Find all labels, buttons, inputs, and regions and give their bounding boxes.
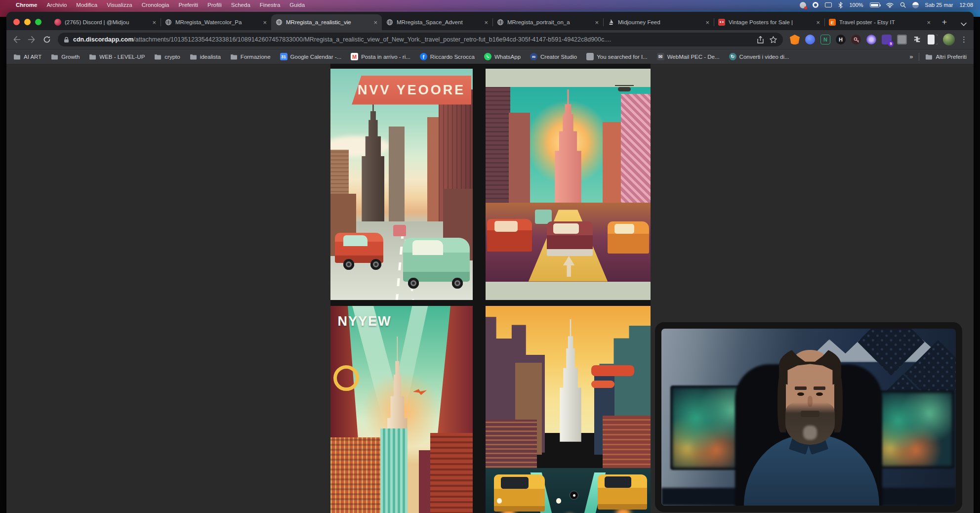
- bookmark-folder-growth[interactable]: Growth: [51, 54, 80, 60]
- bookmark-label: Creator Studio: [540, 54, 577, 60]
- spotlight-search-icon[interactable]: [900, 2, 906, 8]
- tab-space-adventure[interactable]: MRregista_Space_Advent ×: [382, 14, 492, 30]
- bookmark-folder-formazione[interactable]: Formazione: [230, 54, 271, 60]
- tab-discord[interactable]: (2765) Discord | @Midjou ×: [50, 14, 161, 30]
- bookmark-folder-web-level-up[interactable]: WEB - LEVEL-UP: [89, 54, 145, 60]
- tab-close-icon[interactable]: ×: [816, 19, 820, 26]
- close-window-button[interactable]: [13, 19, 20, 25]
- convert-arrows-icon: ↻: [729, 53, 736, 60]
- new-tab-button[interactable]: +: [938, 16, 951, 29]
- menu-bar-date[interactable]: Sab 25 mar: [925, 2, 953, 8]
- wifi-icon[interactable]: [886, 2, 894, 8]
- chrome-menu-3dots-icon[interactable]: ⋮: [960, 35, 968, 44]
- menu-app-name[interactable]: Chrome: [16, 2, 37, 8]
- blue-wallet-extension-icon[interactable]: [805, 35, 815, 44]
- poster-car-red: [487, 219, 531, 252]
- bookmark-google-calendar[interactable]: 31 Google Calendar -...: [280, 53, 342, 60]
- bookmark-converti-video[interactable]: ↻ Converti i video di...: [729, 53, 789, 60]
- tab-close-icon[interactable]: ×: [595, 19, 599, 26]
- tab-close-icon[interactable]: ×: [484, 19, 488, 26]
- other-bookmarks-folder[interactable]: Altri Preferiti: [925, 54, 967, 60]
- tab-etsy[interactable]: E Travel poster - Etsy IT ×: [824, 14, 935, 30]
- creator-studio-icon: ∞: [530, 53, 537, 60]
- person-eyebrow: [814, 386, 825, 390]
- bookmark-facebook-profile[interactable]: f Riccardo Scrocca: [420, 53, 475, 60]
- poster-building: [430, 433, 473, 513]
- menu-item-guida[interactable]: Guida: [289, 2, 305, 8]
- bookmark-whatsapp[interactable]: WhatsApp: [484, 53, 521, 60]
- update-badge-icon[interactable]: [800, 2, 806, 8]
- vintage-posters-favicon: [718, 19, 725, 26]
- bookmark-star-icon[interactable]: [770, 36, 777, 43]
- tab-watercolor[interactable]: MRregista_Watercolor_Pa ×: [161, 14, 271, 30]
- display-icon[interactable]: [825, 2, 832, 7]
- menu-item-scheda[interactable]: Scheda: [231, 2, 250, 8]
- tab-close-icon[interactable]: ×: [152, 19, 156, 26]
- bookmark-gmail-inbox[interactable]: M Posta in arrivo - ri...: [351, 53, 410, 60]
- whatsapp-icon: [484, 53, 491, 60]
- metamask-fox-extension-icon[interactable]: [790, 35, 800, 44]
- midjourney-image-grid[interactable]: NVV YEOORE: [330, 64, 651, 513]
- tab-close-icon[interactable]: ×: [705, 19, 709, 26]
- extensions-puzzle-icon[interactable]: [912, 35, 922, 44]
- menu-item-preferiti[interactable]: Preferiti: [178, 2, 198, 8]
- menu-item-finestra[interactable]: Finestra: [260, 2, 281, 8]
- tab-vintage-posters[interactable]: Vintage Posters for Sale | ×: [714, 14, 824, 30]
- reload-button[interactable]: [43, 36, 51, 43]
- bookmark-folder-ai-art[interactable]: AI ART: [13, 54, 41, 60]
- menu-item-archivio[interactable]: Archivio: [46, 2, 67, 8]
- green-n-extension-icon[interactable]: N: [820, 35, 830, 44]
- menu-item-modifica[interactable]: Modifica: [76, 2, 97, 8]
- window-controls: [13, 19, 41, 25]
- poster-title-text: NYYEW: [337, 314, 391, 329]
- bookmark-label: Formazione: [241, 54, 271, 60]
- record-status-icon[interactable]: [813, 2, 818, 8]
- share-icon[interactable]: [757, 36, 764, 43]
- profile-avatar[interactable]: [943, 34, 955, 45]
- bookmark-folder-idealista[interactable]: idealista: [190, 54, 221, 60]
- menu-bar-time[interactable]: 12:08: [959, 2, 973, 8]
- lock-icon[interactable]: [64, 37, 69, 43]
- webmail-envelope-icon: ✉: [657, 53, 664, 60]
- bookmark-creator-studio[interactable]: ∞ Creator Studio: [530, 53, 577, 60]
- zoom-window-button[interactable]: [35, 19, 41, 25]
- bookmark-folder-crypto[interactable]: crypto: [154, 54, 180, 60]
- google-calendar-icon: 31: [280, 53, 287, 60]
- menu-item-visualizza[interactable]: Visualizza: [107, 2, 132, 8]
- tab-title: MRregista_Watercolor_Pa: [175, 19, 259, 25]
- poster-car-maroon: [547, 221, 593, 256]
- webcam-overlay[interactable]: [655, 322, 962, 512]
- person-mustache: [801, 411, 819, 417]
- tab-portrait[interactable]: MRregista_portrait_on_a ×: [492, 14, 603, 30]
- grid-extension-icon[interactable]: [897, 35, 907, 44]
- tab-midjourney-feed[interactable]: Midjourney Feed ×: [603, 14, 714, 30]
- bookmark-you-searched[interactable]: You searched for I...: [586, 53, 648, 60]
- poster-title-text: NVV YEOORE: [358, 83, 465, 98]
- purple-eye-extension-icon[interactable]: [866, 35, 876, 44]
- macos-menu-bar: Chrome Archivio Modifica Visualizza Cron…: [0, 0, 980, 10]
- minimize-window-button[interactable]: [24, 19, 31, 25]
- background-monitor-right: [875, 390, 954, 469]
- sidebar-panel-icon[interactable]: [928, 35, 938, 44]
- dark-circle-extension-icon[interactable]: H: [836, 35, 846, 44]
- menu-item-cronologia[interactable]: Cronologia: [142, 2, 169, 8]
- tab-search-chevron-icon[interactable]: [961, 22, 967, 26]
- omnibox-url-bar[interactable]: cdn.discordapp.com/attachments/101351233…: [58, 33, 783, 46]
- bookmark-webmail-pec[interactable]: ✉ WebMail PEC - De...: [657, 53, 720, 60]
- tab-title: Vintage Posters for Sale |: [729, 19, 813, 25]
- tab-realistic-view-active[interactable]: MRregista_a_realistic_vie ×: [271, 14, 382, 30]
- bluetooth-icon[interactable]: [838, 2, 843, 8]
- url-text[interactable]: cdn.discordapp.com/attachments/101351233…: [73, 36, 753, 43]
- purple-badged-extension-icon[interactable]: 5: [882, 35, 892, 44]
- tab-close-icon[interactable]: ×: [927, 19, 931, 26]
- password-key-extension-icon[interactable]: [851, 35, 861, 44]
- battery-percent: 100%: [849, 2, 863, 8]
- tab-close-icon[interactable]: ×: [263, 19, 267, 26]
- bookmark-label: AI ART: [24, 54, 41, 60]
- forward-button[interactable]: [28, 36, 36, 43]
- bookmarks-overflow-chevron[interactable]: »: [909, 53, 913, 60]
- back-button[interactable]: [12, 36, 21, 43]
- control-center-icon[interactable]: [912, 2, 919, 8]
- menu-item-profili[interactable]: Profili: [207, 2, 222, 8]
- tab-close-icon[interactable]: ×: [373, 19, 377, 26]
